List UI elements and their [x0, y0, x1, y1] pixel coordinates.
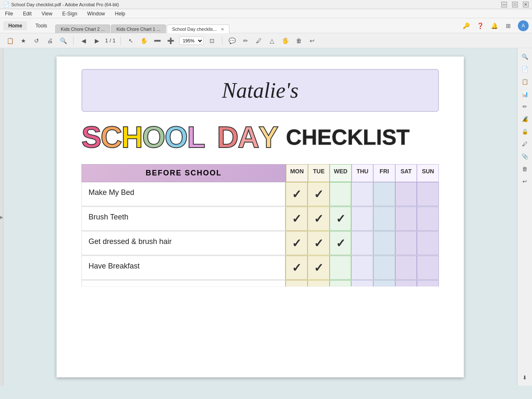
- toolbar-refresh[interactable]: ↺: [32, 36, 42, 46]
- edit-side-icon[interactable]: ✏: [520, 101, 530, 111]
- next-page-btn[interactable]: ▶: [92, 36, 102, 46]
- check-1-6[interactable]: [417, 207, 439, 231]
- check-0-0[interactable]: ✓: [286, 182, 308, 206]
- check-2-5[interactable]: [395, 231, 417, 255]
- check-0-4[interactable]: [373, 182, 395, 206]
- toolbar-icon-1[interactable]: 📋: [5, 36, 15, 46]
- tab-close-icon[interactable]: ✕: [221, 27, 224, 32]
- name-text: Natalie's: [99, 78, 421, 103]
- nav-home[interactable]: Home: [3, 21, 27, 30]
- check-3-2[interactable]: [330, 256, 352, 280]
- check-2-0[interactable]: ✓: [286, 231, 308, 255]
- check-1-5[interactable]: [395, 207, 417, 231]
- window-title: School Day checklist.pdf - Adobe Acrobat…: [11, 2, 119, 7]
- bookmarks-side-icon[interactable]: 📋: [520, 76, 530, 86]
- delete-btn[interactable]: 🗑: [294, 36, 304, 46]
- check-1-1[interactable]: ✓: [308, 207, 330, 231]
- check-2-6[interactable]: [417, 231, 439, 255]
- tab-chore-chart-2[interactable]: Kids Chore Chart 2 ...: [55, 25, 110, 33]
- nav-tools[interactable]: Tools: [30, 21, 52, 30]
- toolbar-bookmark[interactable]: ★: [18, 36, 28, 46]
- pdf-document: Natalie's S C H O O L D A Y CHECKLIST: [57, 57, 464, 377]
- minimize-btn[interactable]: —: [501, 2, 507, 7]
- undo-btn[interactable]: ↩: [307, 36, 317, 46]
- tab-school-day[interactable]: School Day checklis... ✕: [167, 25, 229, 33]
- attach-side-icon[interactable]: 📎: [520, 151, 530, 161]
- fit-page-btn[interactable]: ⊡: [207, 36, 217, 46]
- trash-side-icon[interactable]: 🗑: [520, 164, 530, 174]
- menu-window[interactable]: Window: [86, 10, 107, 17]
- zoom-select[interactable]: 195% 100% 150%: [179, 37, 204, 45]
- check-2-1[interactable]: ✓: [308, 231, 330, 255]
- letter-a: A: [238, 120, 259, 154]
- table-row: Get dressed & brush hair ✓ ✓ ✓: [81, 231, 439, 256]
- prev-page-btn[interactable]: ◀: [79, 36, 89, 46]
- check-1-0[interactable]: ✓: [286, 207, 308, 231]
- cursor-tool[interactable]: ↖: [126, 36, 136, 46]
- profile-icon[interactable]: A: [518, 20, 529, 31]
- pdf-side-icon[interactable]: 📄: [520, 64, 530, 74]
- scroll-down-icon[interactable]: ⬇: [520, 372, 530, 382]
- sign-side-icon[interactable]: 🔏: [520, 114, 530, 124]
- layers-side-icon[interactable]: 📊: [520, 89, 530, 99]
- zoom-in-btn[interactable]: ➕: [166, 36, 176, 46]
- close-btn[interactable]: ✕: [523, 2, 529, 7]
- toolbar-print[interactable]: 🖨: [45, 36, 55, 46]
- undo-side-icon[interactable]: ↩: [520, 176, 530, 186]
- draw-btn[interactable]: ✏: [241, 36, 251, 46]
- check-0-5[interactable]: [395, 182, 417, 206]
- check-4-3: [351, 280, 373, 287]
- check-0-1[interactable]: ✓: [308, 182, 330, 206]
- stamp-btn[interactable]: 🖐: [281, 36, 291, 46]
- menu-view[interactable]: View: [40, 10, 54, 17]
- check-2-2[interactable]: ✓: [330, 231, 352, 255]
- menu-help[interactable]: Help: [113, 10, 127, 17]
- check-1-3[interactable]: [351, 207, 373, 231]
- check-3-6[interactable]: [417, 256, 439, 280]
- help-icon[interactable]: ❓: [475, 21, 485, 30]
- check-4-0: [286, 280, 308, 287]
- zoom-out-btn[interactable]: ➖: [153, 36, 163, 46]
- check-0-3[interactable]: [351, 182, 373, 206]
- check-3-4[interactable]: [373, 256, 395, 280]
- day-header-fri: FRI: [373, 164, 395, 182]
- check-1-4[interactable]: [373, 207, 395, 231]
- letter-d: D: [217, 120, 238, 154]
- draw-side-icon[interactable]: 🖊: [520, 139, 530, 149]
- toolbar-search[interactable]: 🔍: [58, 36, 68, 46]
- menu-file[interactable]: File: [3, 10, 15, 17]
- day-header-sun: SUN: [417, 164, 439, 182]
- task-label-3: Have Breakfast: [81, 256, 286, 280]
- sign-in-icon[interactable]: 🔑: [461, 21, 470, 30]
- highlight-btn[interactable]: 🖊: [254, 36, 264, 46]
- check-3-5[interactable]: [395, 256, 417, 280]
- name-banner: Natalie's: [81, 69, 439, 112]
- sidebar-right: 🔍 📄 📋 📊 ✏ 🔏 🔒 🖊 📎 🗑 ↩ ⬇: [517, 48, 532, 386]
- check-0-6[interactable]: [417, 182, 439, 206]
- menu-esign[interactable]: E-Sign: [61, 10, 79, 17]
- lock-side-icon[interactable]: 🔒: [520, 126, 530, 136]
- school-title: S C H O O L D A Y CHECKLIST: [81, 120, 439, 154]
- check-0-2[interactable]: [330, 182, 352, 206]
- left-arrow-icon[interactable]: ▶: [0, 215, 3, 219]
- check-3-3[interactable]: [351, 256, 373, 280]
- check-2-4[interactable]: [373, 231, 395, 255]
- menu-edit[interactable]: Edit: [21, 10, 33, 17]
- day-header-sat: SAT: [395, 164, 417, 182]
- tab-chore-chart-1[interactable]: Kids Chore Chart 1 ...: [111, 25, 166, 33]
- sidebar-left: ▶: [0, 48, 3, 386]
- check-1-2[interactable]: ✓: [330, 207, 352, 231]
- check-3-1[interactable]: ✓: [308, 256, 330, 280]
- shape-btn[interactable]: △: [267, 36, 277, 46]
- school-word: S C H O O L D A Y: [81, 120, 278, 154]
- apps-icon[interactable]: ⊞: [504, 21, 513, 30]
- check-2-3[interactable]: [351, 231, 373, 255]
- notification-icon[interactable]: 🔔: [490, 21, 499, 30]
- day-header-thu: THU: [352, 164, 374, 182]
- letter-l: L: [187, 120, 204, 154]
- comment-btn[interactable]: 💬: [227, 36, 237, 46]
- zoom-in-side-icon[interactable]: 🔍: [520, 52, 530, 62]
- check-3-0[interactable]: ✓: [286, 256, 308, 280]
- maximize-btn[interactable]: □: [512, 2, 518, 7]
- pan-tool[interactable]: ✋: [139, 36, 149, 46]
